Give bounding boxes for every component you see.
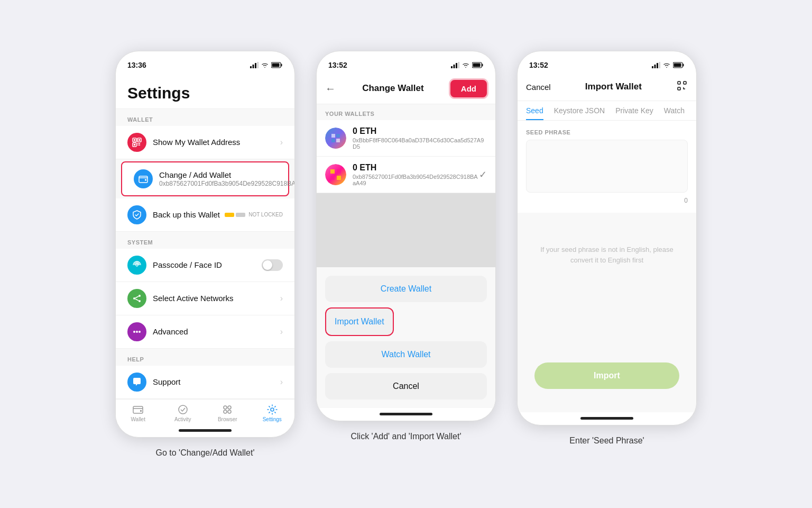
svg-rect-39 — [458, 62, 460, 68]
signal-icon-2 — [451, 62, 459, 68]
time-2: 13:52 — [328, 61, 347, 69]
step-3: 13:52 — [517, 51, 697, 446]
svg-point-22 — [139, 300, 141, 302]
wallet-item-2[interactable]: 0 ETH 0xb875627001Fd0fBa3b9054De929528C9… — [317, 157, 495, 193]
qr-icon — [127, 133, 146, 152]
svg-rect-59 — [674, 63, 681, 67]
step-1: 13:36 — [115, 51, 295, 458]
tab-settings[interactable]: Settings — [250, 404, 295, 422]
svg-point-27 — [139, 331, 141, 333]
tab-activity[interactable]: Activity — [161, 404, 206, 422]
wifi-icon-2 — [462, 62, 470, 68]
svg-rect-62 — [678, 87, 680, 90]
svg-point-30 — [179, 405, 187, 414]
watch-wallet-button[interactable]: Watch Wallet — [325, 341, 487, 368]
home-indicator-3 — [518, 412, 696, 425]
phone-3: 13:52 — [517, 51, 697, 425]
tab-browser[interactable]: Browser — [205, 404, 250, 422]
svg-point-31 — [224, 406, 227, 409]
svg-rect-3 — [257, 62, 259, 68]
time-1: 13:36 — [127, 61, 146, 69]
create-wallet-button[interactable]: Create Wallet — [325, 276, 487, 302]
home-bar-1 — [179, 429, 232, 432]
settings-title: Settings — [127, 84, 283, 102]
status-bar-1: 13:36 — [116, 59, 294, 74]
svg-rect-28 — [133, 406, 143, 413]
wallet-info-2: 0 ETH 0xb875627001Fd0fBa3b9054De929528C9… — [353, 163, 479, 186]
section-wallet-label: WALLET — [116, 109, 294, 126]
passcode-toggle[interactable] — [262, 259, 283, 271]
networks-item[interactable]: Select Active Networks › — [116, 282, 294, 315]
not-locked-text: NOT LOCKED — [248, 212, 283, 217]
svg-rect-37 — [454, 65, 455, 68]
tab-settings-label: Settings — [263, 416, 282, 422]
tab-wallet[interactable]: Wallet — [116, 404, 161, 422]
svg-rect-16 — [139, 144, 140, 146]
networks-title: Select Active Networks — [153, 294, 280, 303]
seed-label: SEED PHRASE — [526, 129, 688, 135]
support-item[interactable]: Support › — [116, 366, 294, 399]
svg-rect-50 — [337, 169, 341, 174]
screen-1: Settings WALLET — [116, 74, 294, 424]
fingerprint-icon — [127, 256, 146, 275]
tab-wallet-icon — [132, 404, 144, 415]
backup-item[interactable]: Back up this Wallet NOT LOCKED — [116, 198, 294, 232]
nav-bar-2: ← Change Wallet Add — [317, 74, 495, 104]
wallet-amount-1: 0 ETH — [353, 126, 487, 136]
seed-count: 0 — [526, 197, 688, 204]
add-button[interactable]: Add — [450, 80, 487, 97]
wallet-avatar-1 — [325, 128, 346, 149]
svg-point-25 — [133, 331, 135, 333]
svg-rect-45 — [336, 134, 340, 138]
step1-caption: Go to 'Change/Add Wallet' — [156, 448, 255, 458]
cancel-button-2[interactable]: Cancel — [325, 373, 487, 400]
svg-rect-54 — [654, 65, 656, 68]
svg-point-43 — [325, 128, 346, 149]
show-address-item[interactable]: Show My Wallet Address › — [116, 126, 294, 159]
signal-icon-3 — [652, 62, 660, 68]
svg-point-35 — [271, 408, 274, 411]
change-wallet-item[interactable]: Change / Add Wallet 0xb875627001Fd0fBa3b… — [121, 161, 289, 196]
import-button[interactable]: Import — [534, 362, 679, 389]
advanced-text: Advanced — [153, 327, 280, 336]
svg-point-20 — [139, 295, 141, 297]
wifi-icon-3 — [662, 62, 671, 68]
tab-keystore[interactable]: Keystore JSON — [554, 106, 605, 120]
advanced-title: Advanced — [153, 327, 280, 336]
step3-caption: Enter 'Seed Phrase' — [569, 436, 644, 446]
wifi-icon — [261, 62, 269, 68]
import-title: Import Wallet — [585, 81, 642, 92]
seed-phrase-input[interactable] — [526, 140, 688, 193]
your-wallets-label: YOUR WALLETS — [317, 104, 495, 120]
lock-bar-yellow — [225, 213, 234, 217]
svg-rect-41 — [482, 64, 483, 66]
tab-private-key[interactable]: Private Key — [615, 106, 653, 120]
svg-point-34 — [228, 410, 231, 413]
import-wallet-button[interactable]: Import Wallet — [325, 307, 394, 336]
scan-icon[interactable] — [676, 80, 688, 94]
shield-icon — [127, 205, 146, 224]
support-title: Support — [153, 377, 280, 386]
advanced-item[interactable]: Advanced › — [116, 315, 294, 349]
change-wallet-subtitle: 0xb875627001Fd0fBa3b9054De929528C918BAaA… — [159, 180, 295, 187]
phone-2: 13:52 — [316, 51, 496, 421]
svg-rect-10 — [139, 139, 140, 141]
wallet-address-2: 0xb875627001Fd0fBa3b9054De929528C918BAaA… — [353, 174, 479, 186]
backup-text: Back up this Wallet — [153, 210, 225, 219]
dots-icon — [127, 322, 146, 341]
cancel-button-3[interactable]: Cancel — [526, 83, 551, 92]
svg-rect-0 — [250, 66, 252, 68]
tab-seed[interactable]: Seed — [526, 106, 543, 120]
passcode-item[interactable]: Passcode / Face ID — [116, 249, 294, 282]
svg-point-33 — [224, 410, 227, 413]
home-bar-2 — [380, 413, 432, 415]
tab-bar-1: Wallet Activity — [116, 399, 294, 424]
wallet-item-1[interactable]: 0 ETH 0xBbbF8fF80C064Ba0aD37B4C6d30Caa5d… — [317, 120, 495, 157]
svg-line-23 — [135, 296, 139, 298]
networks-text: Select Active Networks — [153, 294, 280, 303]
back-button-2[interactable]: ← — [325, 83, 336, 95]
tab-watch[interactable]: Watch — [664, 106, 685, 120]
status-bar-2: 13:52 — [317, 59, 495, 74]
status-icons-3 — [652, 62, 685, 68]
svg-rect-52 — [337, 176, 341, 180]
